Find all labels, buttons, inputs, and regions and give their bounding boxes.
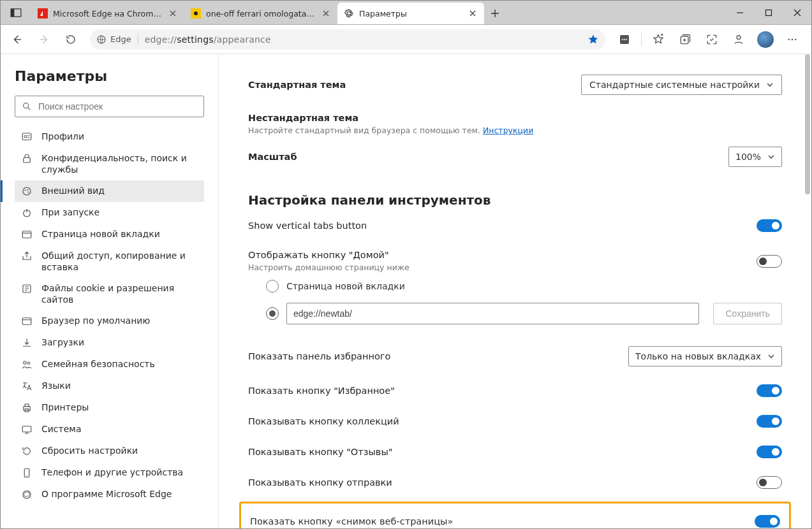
extension-icon[interactable] [612, 27, 637, 52]
gear-icon [344, 8, 354, 18]
svg-rect-19 [24, 158, 31, 163]
nav-privacy[interactable]: Конфиденциальность, поиск и службы [15, 148, 204, 180]
phone-icon [21, 467, 33, 479]
nav-reset[interactable]: Сбросить настройки [15, 440, 204, 462]
svg-point-21 [25, 190, 26, 191]
nav-about[interactable]: О программе Microsoft Edge [15, 484, 204, 505]
home-toggle[interactable] [757, 255, 782, 268]
row-feedback-button: Показывать кнопку "Отзывы" [248, 437, 782, 467]
search-settings[interactable] [15, 96, 204, 117]
back-button[interactable] [4, 27, 30, 52]
nav-downloads[interactable]: Загрузки [15, 332, 204, 354]
svg-point-35 [26, 475, 27, 477]
scrollbar-thumb[interactable] [805, 54, 810, 194]
site-identity[interactable]: Edge [96, 34, 131, 45]
favorites-icon[interactable] [646, 27, 671, 52]
instructions-link[interactable]: Инструкции [483, 126, 533, 135]
nav-profiles[interactable]: Профили [15, 126, 204, 148]
svg-point-12 [737, 35, 741, 39]
home-url-input[interactable] [286, 303, 699, 324]
collections-toggle[interactable] [757, 415, 782, 428]
profile-avatar[interactable] [753, 27, 778, 52]
nav-printers[interactable]: Принтеры [15, 397, 204, 419]
family-icon [21, 359, 33, 370]
home-radio-ntp[interactable]: Страница новой вкладки [266, 275, 782, 298]
row-screenshot-button-highlighted: Показать кнопку «снимок веб-страницы» [239, 502, 791, 529]
nav-startup[interactable]: При запуске [15, 202, 204, 224]
svg-point-14 [792, 38, 793, 40]
favorite-star-icon[interactable] [587, 34, 599, 45]
toolbar-section-header: Настройка панели инструментов [248, 192, 782, 208]
chevron-down-icon [767, 352, 775, 360]
send-toggle[interactable] [757, 476, 782, 489]
tab-actions-icon[interactable] [1, 1, 31, 24]
vertical-tabs-toggle[interactable] [757, 219, 782, 232]
fav-btn-toggle[interactable] [757, 384, 782, 397]
address-bar[interactable]: Edge edge://settings/appearance [90, 29, 605, 50]
nav-share[interactable]: Общий доступ, копирование и вставка [15, 245, 204, 278]
tab-1[interactable]: Microsoft Edge на Chromium – Н [31, 3, 184, 24]
svg-point-8 [622, 38, 623, 40]
tab-2[interactable]: one-off ferrari omologata grand [184, 3, 337, 24]
nav-family[interactable]: Семейная безопасность [15, 354, 204, 375]
fav-btn-label: Показать кнопку "Избранное" [248, 386, 395, 396]
profile-icon [21, 131, 33, 143]
collections-icon[interactable] [672, 27, 698, 52]
home-save-button[interactable]: Сохранить [713, 303, 782, 324]
newtab-icon [21, 229, 33, 240]
home-radio-url[interactable]: Сохранить [266, 298, 782, 330]
svg-point-13 [788, 38, 790, 40]
svg-rect-33 [22, 426, 31, 432]
tab-title: Параметры [359, 9, 462, 18]
nav-system[interactable]: Система [15, 419, 204, 440]
toolbar-actions [612, 27, 808, 52]
svg-point-9 [624, 38, 625, 40]
screenshot-toggle[interactable] [755, 515, 780, 528]
nav-phone[interactable]: Телефон и другие устройства [15, 462, 204, 484]
search-input[interactable] [38, 101, 197, 112]
reset-icon [21, 446, 33, 457]
tab-3-active[interactable]: Параметры [337, 3, 484, 24]
close-window-button[interactable] [783, 1, 811, 25]
close-icon[interactable] [321, 8, 331, 18]
separator [641, 33, 642, 47]
chevron-down-icon [767, 153, 775, 161]
power-icon [21, 207, 33, 219]
tab-title: Microsoft Edge на Chromium – Н [53, 9, 163, 18]
zoom-dropdown[interactable]: 100% [728, 147, 782, 167]
permissions-icon [21, 283, 33, 294]
svg-rect-27 [22, 318, 31, 325]
edge-icon [21, 489, 33, 500]
close-icon[interactable] [168, 8, 178, 18]
nav-newtab[interactable]: Страница новой вкладки [15, 224, 204, 245]
share-icon [21, 250, 33, 262]
maximize-button[interactable] [754, 1, 783, 25]
forward-button[interactable] [31, 27, 57, 52]
scrollbar[interactable] [804, 54, 810, 529]
person-icon[interactable] [726, 27, 751, 52]
feedback-toggle[interactable] [757, 446, 782, 458]
svg-point-23 [27, 192, 29, 193]
appearance-icon [21, 185, 33, 197]
nav-appearance[interactable]: Внешний вид [15, 180, 204, 202]
minimize-button[interactable] [725, 1, 754, 25]
fav-bar-label: Показать панель избранного [248, 351, 390, 361]
new-tab-button[interactable] [484, 3, 506, 24]
default-theme-label: Стандартная тема [248, 80, 346, 90]
fav-bar-dropdown[interactable]: Только на новых вкладках [628, 346, 782, 366]
svg-point-22 [27, 189, 29, 191]
nav-cookies[interactable]: Файлы cookie и разрешения сайтов [15, 278, 204, 310]
default-theme-dropdown[interactable]: Стандартные системные настройки [581, 75, 782, 95]
row-favorites-bar: Показать панель избранного Только на нов… [248, 337, 782, 375]
row-custom-theme: Нестандартная тема Настройте стандартный… [248, 104, 782, 138]
radio-icon-selected [266, 307, 279, 320]
menu-dots-icon[interactable] [779, 27, 805, 52]
radio-label: Страница новой вкладки [286, 281, 405, 291]
refresh-button[interactable] [58, 27, 84, 52]
close-icon[interactable] [468, 8, 478, 18]
nav-default-browser[interactable]: Браузер по умолчанию [15, 310, 204, 332]
screenshot-icon[interactable] [699, 27, 725, 52]
row-favorites-button: Показать кнопку "Избранное" [248, 375, 782, 406]
lock-icon [21, 153, 33, 164]
nav-languages[interactable]: Языки [15, 375, 204, 397]
